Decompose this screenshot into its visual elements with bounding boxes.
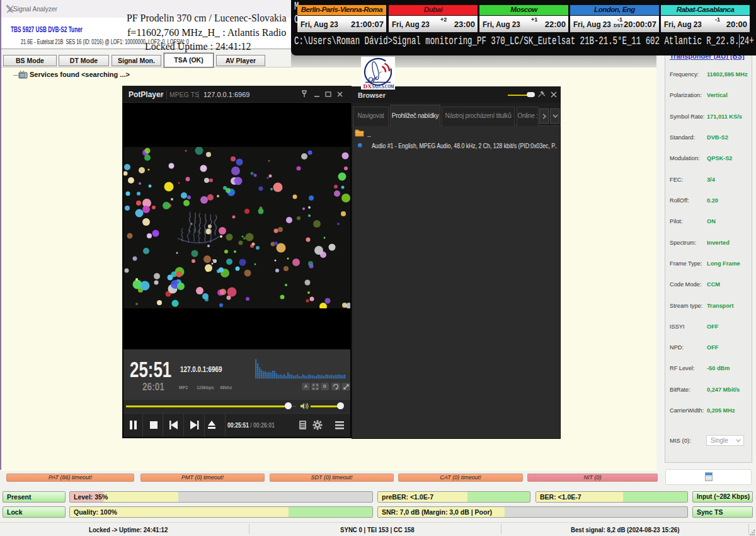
svg-text:DX: DX [364, 83, 372, 90]
svg-text:SATCS.COM: SATCS.COM [372, 83, 394, 90]
